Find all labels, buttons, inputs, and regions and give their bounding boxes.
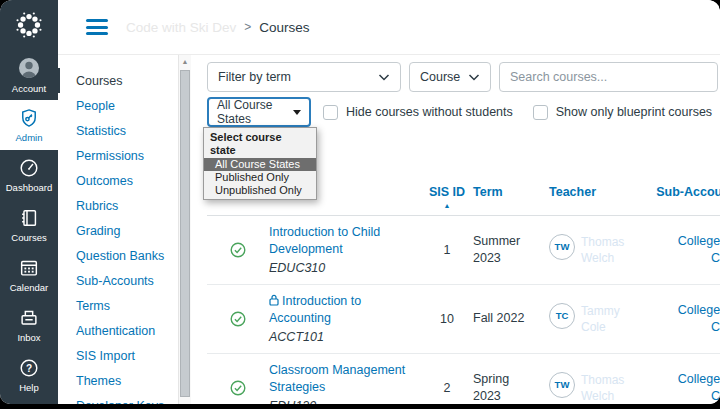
scrollbar-thumb[interactable] — [180, 70, 190, 397]
global-nav-account[interactable]: Account — [0, 50, 58, 100]
sis-id-cell: 10 — [421, 312, 473, 326]
sub-account-line: College of — [639, 371, 720, 389]
sis-id-header-label: SIS ID — [429, 185, 465, 199]
filter-row-primary: Filter by term Course — [207, 62, 720, 92]
dropdown-option-all-course-states[interactable]: All Course States — [204, 158, 316, 171]
calendar-icon — [18, 257, 40, 279]
course-type-value: Course — [420, 70, 460, 84]
sidebar-item-people[interactable]: People — [58, 93, 178, 118]
course-cell: Introduction to Child Development EDUC31… — [269, 224, 421, 276]
chevron-down-icon — [378, 74, 390, 81]
global-nav-admin-label: Admin — [16, 132, 43, 143]
global-nav-help[interactable]: ? Help — [0, 350, 58, 400]
sidebar-item-question-banks[interactable]: Question Banks — [58, 243, 178, 268]
sidebar-item-sub-accounts[interactable]: Sub-Accounts — [58, 268, 178, 293]
course-code: EDUC310 — [269, 260, 415, 276]
sidebar-item-terms[interactable]: Terms — [58, 293, 178, 318]
table-row: Introduction to Accounting ACCT101 10 Fa… — [207, 285, 720, 354]
course-cell: Introduction to Accounting ACCT101 — [269, 293, 421, 345]
global-nav-inbox[interactable]: Inbox — [0, 300, 58, 350]
filter-row-secondary: All Course States Hide courses without s… — [207, 97, 720, 127]
sidebar-item-outcomes[interactable]: Outcomes — [58, 168, 178, 193]
blueprint-only-checkbox[interactable] — [533, 105, 548, 120]
courses-table: Published Course SIS ID ▲ Term Teacher S… — [207, 179, 720, 404]
sis-id-cell: 1 — [421, 243, 473, 257]
sidebar-item-grading[interactable]: Grading — [58, 218, 178, 243]
published-check-icon — [230, 311, 246, 327]
sidebar-item-rubrics[interactable]: Rubrics — [58, 193, 178, 218]
search-courses-input[interactable] — [499, 62, 718, 92]
canvas-logo-icon — [13, 9, 45, 41]
scrollbar-up-arrow[interactable]: ▲ — [179, 55, 191, 68]
global-nav-calendar[interactable]: Calendar — [0, 250, 58, 300]
page-header: Code with Ski Dev > Courses — [58, 0, 720, 55]
global-navigation: Account Admin Dashboard Co — [0, 0, 58, 404]
sidebar-scrollbar[interactable]: ▲ — [178, 55, 191, 404]
teacher-name-link[interactable]: Thomas Welch — [581, 372, 639, 404]
inbox-icon — [18, 307, 40, 329]
teacher-name-link[interactable]: Tammy Cole — [581, 303, 639, 335]
sub-account-link[interactable]: College of Cou — [639, 371, 720, 405]
course-link[interactable]: Introduction to Accounting — [269, 293, 415, 327]
blueprint-only-label: Show only blueprint courses — [556, 105, 712, 119]
column-header-term[interactable]: Term — [473, 185, 543, 199]
sub-account-line: Cou — [639, 319, 720, 337]
course-type-select[interactable]: Course — [409, 62, 491, 92]
table-row: Classroom Management Strategies EDU120 2… — [207, 354, 720, 404]
courses-main-panel: Filter by term Course — [191, 55, 720, 404]
course-link[interactable]: Introduction to Child Development — [269, 224, 415, 258]
column-header-teacher[interactable]: Teacher — [543, 185, 639, 199]
term-cell: Fall 2022 — [473, 310, 543, 328]
courses-book-icon — [18, 207, 40, 229]
select-triangle-icon — [293, 110, 301, 115]
hide-without-students-checkbox[interactable] — [323, 105, 338, 120]
term-cell: Summer 2023 — [473, 233, 543, 268]
blueprint-only-group: Show only blueprint courses — [533, 105, 712, 120]
sidebar-item-courses[interactable]: Courses — [58, 68, 178, 93]
course-state-dropdown-menu: Select course state All Course States Pu… — [203, 127, 317, 200]
sis-id-cell: 2 — [421, 381, 473, 395]
teacher-cell: TW Thomas Welch — [543, 234, 639, 266]
canvas-logo[interactable] — [0, 0, 58, 50]
course-state-select[interactable]: All Course States — [207, 97, 311, 127]
dropdown-option-unpublished-only[interactable]: Unpublished Only — [204, 184, 316, 197]
published-status-cell — [207, 242, 269, 258]
sidebar-item-permissions[interactable]: Permissions — [58, 143, 178, 168]
sub-account-line: College of — [639, 302, 720, 320]
course-link[interactable]: Classroom Management Strategies — [269, 362, 415, 396]
svg-text:?: ? — [26, 363, 32, 374]
sidebar-item-themes[interactable]: Themes — [58, 368, 178, 393]
column-header-sis-id[interactable]: SIS ID ▲ — [421, 185, 473, 209]
global-nav-dashboard[interactable]: Dashboard — [0, 150, 58, 200]
sidebar-item-developer-keys[interactable]: Developer Keys — [58, 393, 178, 404]
table-row: Introduction to Child Development EDUC31… — [207, 216, 720, 285]
sidebar-item-statistics[interactable]: Statistics — [58, 118, 178, 143]
hide-without-students-label: Hide courses without students — [346, 105, 513, 119]
global-nav-courses[interactable]: Courses — [0, 200, 58, 250]
global-nav-admin[interactable]: Admin — [0, 100, 58, 150]
global-nav-inbox-label: Inbox — [17, 332, 40, 343]
breadcrumb-account-link[interactable]: Code with Ski Dev — [126, 20, 236, 35]
sidebar-item-authentication[interactable]: Authentication — [58, 318, 178, 343]
column-header-sub-account[interactable]: Sub-Account — [639, 185, 720, 199]
breadcrumb-separator: > — [244, 20, 251, 34]
content-region: Code with Ski Dev > Courses Courses Peop… — [58, 0, 720, 404]
teacher-avatar[interactable]: TC — [549, 303, 575, 329]
term-filter-select[interactable]: Filter by term — [207, 62, 401, 92]
teacher-avatar[interactable]: TW — [549, 372, 575, 398]
teacher-avatar[interactable]: TW — [549, 234, 575, 260]
global-nav-account-label: Account — [12, 83, 46, 94]
published-check-icon — [230, 380, 246, 396]
published-status-cell — [207, 311, 269, 327]
sidebar-item-sis-import[interactable]: SIS Import — [58, 343, 178, 368]
term-cell: Spring 2023 — [473, 371, 543, 405]
sub-account-link[interactable]: College of Cou — [639, 302, 720, 337]
help-question-icon: ? — [18, 357, 40, 379]
hamburger-menu-icon[interactable] — [86, 19, 108, 35]
canvas-admin-app: Account Admin Dashboard Co — [0, 0, 720, 404]
teacher-cell: TC Tammy Cole — [543, 303, 639, 335]
sub-account-link[interactable]: College of Cou — [639, 233, 720, 268]
teacher-name-link[interactable]: Thomas Welch — [581, 234, 639, 266]
breadcrumb-current: Courses — [259, 20, 309, 35]
dropdown-option-published-only[interactable]: Published Only — [204, 171, 316, 184]
